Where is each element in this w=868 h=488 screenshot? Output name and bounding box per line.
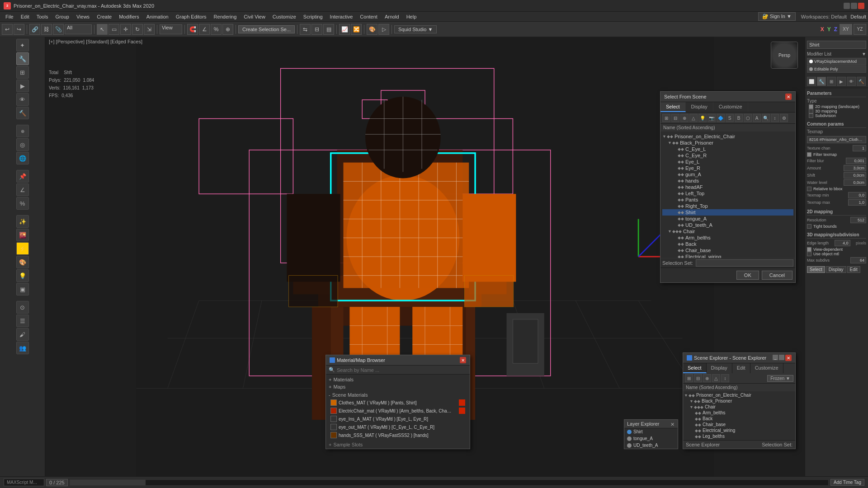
object-name-field[interactable]	[807, 41, 866, 49]
se-tree-back[interactable]: ◆◆ Back	[684, 416, 794, 422]
rotate-button[interactable]: ↻	[132, 24, 143, 35]
axis-xy-button[interactable]: XY	[840, 24, 852, 35]
modifier-vray-displacement[interactable]: VRayDisplacementMod	[807, 58, 866, 65]
filter-texmap-row[interactable]: Filter texmap	[807, 152, 866, 157]
relative-bbox-row[interactable]: Relative to bbox	[807, 187, 866, 191]
display-btn[interactable]: 👁	[16, 93, 29, 106]
mat-hands[interactable]: hands_SSS_MAT ( VRayFastSSS2 ) [hands]	[329, 431, 467, 439]
view-dependent-check[interactable]	[807, 247, 811, 252]
panel-icon-4[interactable]: ▶	[837, 77, 846, 86]
environment-btn[interactable]: 🌇	[16, 229, 29, 241]
tree-item-headaf[interactable]: ◆◆ headAF	[662, 184, 793, 190]
type-2d-row[interactable]: 2D mapping (landscape)	[809, 104, 866, 109]
se-tree-elec-wiring[interactable]: ◆◆ Electrical_wiring	[684, 427, 794, 433]
se-geo-btn[interactable]: △	[712, 374, 720, 382]
mirror-button[interactable]: ⇆	[300, 24, 311, 35]
texmap-max-input[interactable]	[848, 199, 866, 206]
se-all-btn[interactable]: ⊞	[685, 374, 693, 382]
filter-all2-btn[interactable]: A	[753, 114, 761, 122]
tab-select-btn[interactable]: Select	[807, 266, 825, 273]
menu-item-animation[interactable]: Animation	[143, 13, 172, 20]
tree-item-c-eye-l[interactable]: ◆◆ C_Eye_L	[662, 146, 793, 152]
minimize-button[interactable]	[844, 3, 850, 9]
scene-tree[interactable]: ▼ ◆◆ Prisoner_on_Electric_Chair ▼ ◆◆ Bla…	[660, 131, 795, 258]
redo-button[interactable]: ↪	[14, 24, 24, 35]
se-tree-leg-belths[interactable]: ◆◆ Leg_belths	[684, 433, 794, 439]
type-3d-radio[interactable]	[809, 109, 813, 113]
tree-item-root[interactable]: ▼ ◆◆ Prisoner_on_Electric_Chair	[662, 133, 793, 140]
filter-bone-btn[interactable]: B	[735, 114, 743, 122]
axis-yz-button[interactable]: YZ	[854, 24, 866, 35]
select-filter[interactable]: All	[65, 24, 92, 34]
mat-browser-header[interactable]: Material/Map Browser ✕	[326, 355, 470, 366]
le-shirt[interactable]: Shirt	[624, 428, 678, 435]
select-center-btn[interactable]: ◎	[16, 138, 29, 151]
menu-item-rendering[interactable]: Rendering	[210, 13, 241, 20]
texmap-value-btn[interactable]: 8216 #Prisoner_Afro_Clothes...	[807, 136, 866, 143]
scene-explorer-maximize[interactable]	[779, 355, 784, 360]
add-time-tag-btn[interactable]: Add Time Tag	[830, 479, 864, 486]
mat-eye-out[interactable]: eye_out_MAT ( VRayMtl ) [C_Eye_L, C_Eye_…	[329, 423, 467, 431]
menu-item-create[interactable]: Create	[93, 13, 115, 20]
sample-slots[interactable]: + Sample Slots	[326, 441, 470, 449]
tight-bounds-check[interactable]	[807, 224, 811, 229]
tree-item-back[interactable]: ◆◆ Back	[662, 241, 793, 247]
filter-space-btn[interactable]: S	[726, 114, 734, 122]
se-tab-select[interactable]: Select	[683, 363, 707, 373]
nav-cube[interactable]: Persp	[771, 42, 798, 69]
link-button[interactable]: 🔗	[29, 24, 40, 35]
tree-item-black-prisoner[interactable]: ▼ ◆◆ Black_Prisoner	[662, 140, 793, 146]
spinner-snap[interactable]: ⊕	[222, 24, 233, 35]
populate-btn[interactable]: 👥	[16, 342, 29, 354]
mat-search-bar[interactable]: 🔍	[326, 366, 470, 375]
tree-item-c-eye-r[interactable]: ◆◆ C_Eye_R	[662, 152, 793, 159]
filter-blur-input[interactable]	[846, 158, 866, 164]
menu-item-tools[interactable]: Tools	[33, 13, 52, 20]
maximize-button[interactable]	[851, 3, 857, 9]
none-btn[interactable]: ⊟	[671, 114, 679, 122]
tree-item-left-top[interactable]: ◆◆ Left_Top	[662, 190, 793, 197]
tab-customize[interactable]: Customize	[713, 102, 748, 112]
se-none-btn[interactable]: ⊟	[694, 374, 702, 382]
undo-button[interactable]: ↩	[2, 24, 13, 35]
panel-icon-6[interactable]: 🔨	[857, 77, 866, 86]
se-sort-btn[interactable]: ↕	[721, 374, 729, 382]
amount-input[interactable]	[844, 165, 866, 171]
tab-display-btn[interactable]: Display	[826, 266, 846, 273]
tight-bounds-row[interactable]: Tight bounds	[807, 224, 866, 229]
menu-item-scripting[interactable]: Scripting	[300, 13, 326, 20]
tree-item-eye-r[interactable]: ◆◆ Eye_R	[662, 165, 793, 171]
tab-edit-btn[interactable]: Edit	[847, 266, 860, 273]
select-move-button[interactable]: ✛	[120, 24, 131, 35]
scene-explorer-tree[interactable]: ▼ ◆◆ Prisoner_on_Electric_Chair ▼ ◆◆ Bla…	[683, 391, 795, 440]
menu-item-arnold[interactable]: Arnold	[381, 13, 403, 20]
angle-snap[interactable]: ∠	[199, 24, 210, 35]
tree-item-shirt[interactable]: ◆◆ Shirt	[662, 209, 793, 216]
type-subdiv-radio[interactable]	[809, 113, 813, 118]
layer-button[interactable]: ▤	[323, 24, 334, 35]
filter-texmap-check[interactable]	[807, 152, 811, 157]
se-tab-display[interactable]: Display	[707, 363, 732, 373]
menu-item-file[interactable]: File	[2, 13, 17, 20]
tree-item-pants[interactable]: ◆◆ Pants	[662, 197, 793, 203]
invert-btn[interactable]: ⊕	[680, 114, 689, 122]
select-region-button[interactable]: ▭	[108, 24, 119, 35]
menu-item-group[interactable]: Group	[52, 13, 73, 20]
menu-item-interactive[interactable]: Interactive	[326, 13, 357, 20]
panel-icon-2[interactable]: 🔧	[817, 77, 826, 86]
se-tab-edit[interactable]: Edit	[732, 363, 750, 373]
tree-item-tongue[interactable]: ◆◆ tongue_A	[662, 216, 793, 222]
ok-button[interactable]: OK	[736, 271, 759, 280]
se-tree-chair[interactable]: ▼ ◆◆◆ Chair	[684, 404, 794, 410]
type-3d-row[interactable]: 3D mapping	[809, 109, 866, 113]
view-dropdown[interactable]: View	[160, 24, 182, 34]
menu-item-edit[interactable]: Edit	[17, 13, 33, 20]
materials-label[interactable]: + Materials	[329, 376, 467, 383]
percent-snap[interactable]: %	[211, 24, 222, 35]
tree-item-eye-l[interactable]: ◆◆ Eye_L	[662, 159, 793, 165]
render-button[interactable]: ▷	[378, 24, 389, 35]
se-tree-root[interactable]: ▼ ◆◆ Prisoner_on_Electric_Chair	[684, 392, 794, 398]
curve-editor-button[interactable]: 📈	[339, 24, 350, 35]
layer-explorer-close[interactable]: ✕	[670, 422, 675, 426]
menu-item-views[interactable]: Views	[73, 13, 93, 20]
